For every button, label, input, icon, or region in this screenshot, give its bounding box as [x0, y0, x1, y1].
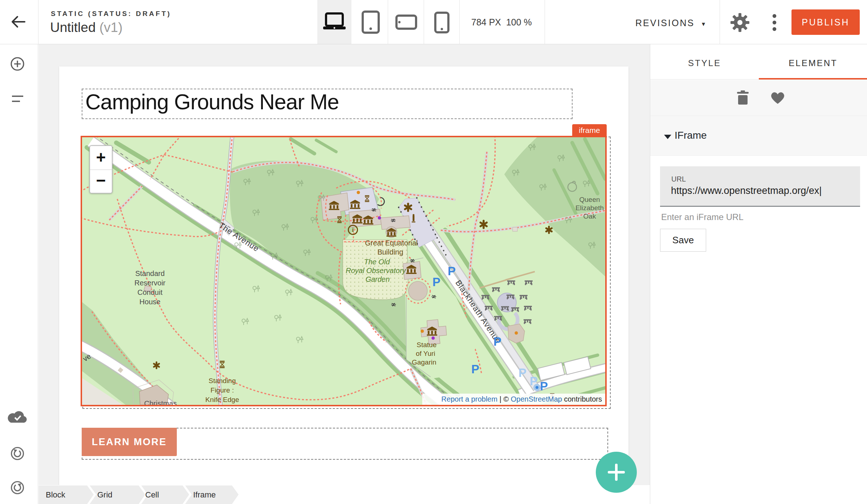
svg-text:P: P	[530, 374, 538, 388]
svg-text:House: House	[139, 298, 160, 306]
svg-text:Standard: Standard	[135, 269, 164, 277]
svg-text:Oak: Oak	[583, 212, 596, 220]
svg-text:Block: Block	[46, 490, 66, 499]
svg-text:Building: Building	[377, 248, 403, 256]
svg-text:Grid: Grid	[97, 490, 113, 499]
svg-text:The Old: The Old	[364, 258, 390, 266]
svg-text:P: P	[471, 362, 479, 376]
svg-text:Christmas: Christmas	[144, 399, 177, 405]
svg-text:P: P	[432, 275, 440, 289]
svg-text:Elizabeth: Elizabeth	[575, 204, 604, 212]
svg-text:Standing: Standing	[208, 377, 236, 385]
svg-text:Garden: Garden	[366, 275, 390, 283]
svg-text:Statue: Statue	[417, 341, 437, 349]
svg-text:Queen: Queen	[579, 196, 600, 203]
svg-text:Reservoir: Reservoir	[134, 279, 166, 287]
svg-text:of Yuri: of Yuri	[416, 350, 435, 357]
svg-text:P: P	[448, 264, 456, 278]
svg-text:P: P	[540, 379, 548, 393]
svg-text:Cell: Cell	[145, 490, 159, 499]
svg-text:Great Equatorial: Great Equatorial	[365, 239, 418, 247]
svg-text:Iframe: Iframe	[193, 490, 216, 499]
svg-text:Knife Edge: Knife Edge	[205, 396, 239, 403]
svg-text:Report a problem | © OpenStree: Report a problem | © OpenStreetMap contr…	[441, 395, 602, 403]
svg-text:Royal Observatory: Royal Observatory	[346, 267, 406, 275]
svg-text:i: i	[352, 227, 354, 233]
svg-text:Conduit: Conduit	[138, 288, 163, 296]
svg-text:Figure :: Figure :	[211, 386, 234, 394]
svg-text:Gagarin: Gagarin	[412, 358, 436, 366]
svg-text:P: P	[493, 335, 501, 348]
svg-text:P: P	[518, 366, 526, 379]
